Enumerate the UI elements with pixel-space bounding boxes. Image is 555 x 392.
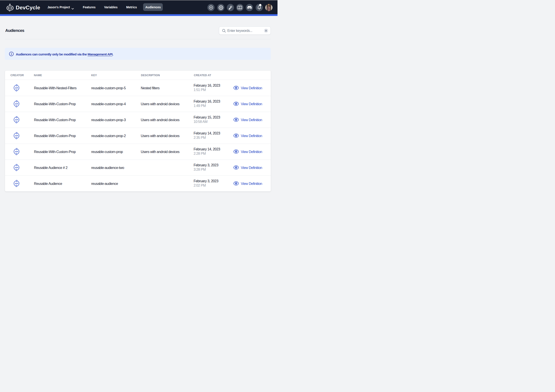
svg-text:API: API xyxy=(15,167,18,169)
svg-text:API: API xyxy=(15,87,18,89)
svg-text:API: API xyxy=(15,103,18,105)
svg-text:API: API xyxy=(15,119,18,121)
svg-text:API: API xyxy=(15,135,18,137)
svg-text:API: API xyxy=(15,182,18,185)
svg-text:API: API xyxy=(15,151,18,153)
